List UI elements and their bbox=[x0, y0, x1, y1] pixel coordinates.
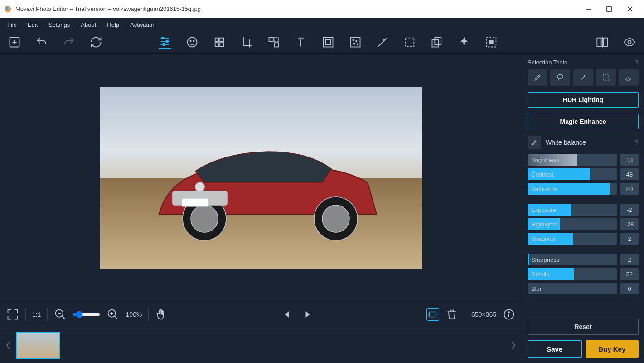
zoom-slider[interactable] bbox=[73, 311, 100, 318]
reload-icon[interactable] bbox=[90, 36, 102, 49]
redo-icon[interactable] bbox=[63, 36, 75, 49]
menu-edit[interactable]: Edit bbox=[23, 20, 42, 29]
menu-help[interactable]: Help bbox=[102, 20, 124, 29]
resize-tool-icon[interactable] bbox=[267, 36, 280, 49]
save-button[interactable]: Save bbox=[528, 340, 582, 358]
reset-button[interactable]: Reset bbox=[528, 319, 639, 335]
slider-value[interactable]: -2 bbox=[620, 204, 639, 216]
toolbar bbox=[0, 31, 644, 54]
zoom-out-icon[interactable] bbox=[54, 308, 67, 321]
white-balance-label: White balance bbox=[546, 139, 586, 146]
fit-image-icon[interactable] bbox=[426, 308, 439, 321]
svg-rect-60 bbox=[603, 75, 609, 80]
selection-tools-title: Selection Tools? bbox=[528, 59, 639, 66]
minimize-button[interactable] bbox=[578, 2, 599, 16]
frame-tool-icon[interactable] bbox=[322, 36, 334, 49]
undo-icon[interactable] bbox=[35, 36, 48, 49]
prev-image-icon[interactable] bbox=[281, 308, 294, 321]
svg-rect-26 bbox=[325, 39, 331, 45]
adjust-tool-icon[interactable] bbox=[159, 36, 171, 49]
svg-rect-19 bbox=[220, 38, 223, 41]
retouch-tool-icon[interactable] bbox=[186, 36, 199, 49]
add-image-icon[interactable] bbox=[8, 36, 21, 49]
slider-details[interactable]: Details bbox=[528, 268, 617, 280]
svg-rect-37 bbox=[597, 38, 601, 46]
svg-rect-3 bbox=[607, 7, 611, 11]
svg-rect-55 bbox=[430, 312, 436, 317]
compare-icon[interactable] bbox=[596, 36, 609, 49]
slider-shadows[interactable]: Shadows bbox=[528, 233, 617, 245]
svg-rect-20 bbox=[215, 43, 219, 46]
slider-value[interactable]: 13 bbox=[620, 154, 639, 166]
delete-icon[interactable] bbox=[445, 308, 458, 321]
svg-point-15 bbox=[188, 37, 197, 47]
slider-value[interactable]: 2 bbox=[620, 233, 639, 245]
svg-point-30 bbox=[354, 43, 355, 44]
effects-tool-icon[interactable] bbox=[213, 36, 226, 49]
help-icon[interactable]: ? bbox=[635, 139, 639, 146]
lasso-select-icon[interactable] bbox=[550, 69, 570, 86]
svg-point-59 bbox=[557, 74, 563, 78]
slider-sharpness[interactable]: Sharpness bbox=[528, 254, 617, 265]
fullscreen-icon[interactable] bbox=[6, 308, 19, 321]
menu-activation[interactable]: Activation bbox=[126, 20, 160, 29]
copy-tool-icon[interactable] bbox=[431, 36, 443, 49]
info-icon[interactable] bbox=[503, 308, 515, 321]
image-dimensions: 650×365 bbox=[471, 311, 496, 318]
svg-rect-32 bbox=[406, 38, 414, 46]
crop-tool-icon[interactable] bbox=[240, 36, 253, 49]
svg-point-13 bbox=[166, 40, 168, 42]
svg-point-29 bbox=[356, 40, 357, 41]
select-tool-icon[interactable] bbox=[403, 36, 416, 49]
svg-line-49 bbox=[62, 316, 65, 319]
svg-rect-18 bbox=[215, 38, 219, 41]
magic-tool-icon[interactable] bbox=[376, 36, 389, 49]
slider-highlights[interactable]: Highlights bbox=[528, 218, 617, 230]
slider-value[interactable]: 0 bbox=[620, 283, 639, 294]
slider-value[interactable]: 2 bbox=[620, 254, 639, 265]
slider-brightness[interactable]: Brightness bbox=[528, 154, 617, 166]
slider-exposure[interactable]: Exposure bbox=[528, 204, 617, 216]
help-icon[interactable]: ? bbox=[635, 59, 639, 66]
change-bg-tool-icon[interactable] bbox=[485, 36, 498, 49]
menu-settings[interactable]: Settings bbox=[44, 20, 74, 29]
zoom-ratio[interactable]: 1:1 bbox=[32, 311, 41, 318]
hdr-lighting-button[interactable]: HDR Lighting bbox=[528, 92, 639, 108]
svg-rect-22 bbox=[269, 37, 273, 41]
thumbnail-bar bbox=[0, 327, 522, 363]
zoom-percent: 100% bbox=[126, 311, 142, 318]
slider-value[interactable]: 52 bbox=[620, 268, 639, 280]
clone-tool-icon[interactable] bbox=[458, 36, 470, 49]
text-tool-icon[interactable] bbox=[295, 36, 307, 49]
thumbs-prev-icon[interactable] bbox=[4, 332, 13, 359]
zoom-in-icon[interactable] bbox=[107, 308, 119, 321]
slider-value[interactable]: 48 bbox=[620, 168, 639, 180]
canvas[interactable] bbox=[0, 54, 522, 302]
svg-point-17 bbox=[193, 40, 194, 41]
buy-key-button[interactable]: Buy Key bbox=[586, 340, 639, 358]
menu-about[interactable]: About bbox=[76, 20, 101, 29]
maximize-button[interactable] bbox=[599, 2, 620, 16]
slider-saturation[interactable]: Saturation bbox=[528, 183, 617, 195]
side-panel: Selection Tools? HDR Lighting Magic Enha… bbox=[522, 54, 644, 363]
hand-icon[interactable] bbox=[155, 308, 168, 321]
magic-enhance-button[interactable]: Magic Enhance bbox=[528, 114, 639, 129]
noise-tool-icon[interactable] bbox=[349, 36, 362, 49]
wand-select-icon[interactable] bbox=[573, 69, 593, 86]
marquee-select-icon[interactable] bbox=[596, 69, 616, 86]
slider-blur[interactable]: Blur bbox=[528, 283, 617, 294]
brush-select-icon[interactable] bbox=[528, 69, 547, 86]
eyedropper-icon[interactable] bbox=[528, 136, 541, 149]
menu-file[interactable]: File bbox=[3, 20, 21, 29]
eraser-select-icon[interactable] bbox=[619, 69, 639, 86]
slider-value[interactable]: -28 bbox=[620, 218, 639, 230]
window-title: Movavi Photo Editor – Trial version – vo… bbox=[15, 5, 578, 12]
preview-icon[interactable] bbox=[623, 36, 636, 49]
thumbs-next-icon[interactable] bbox=[509, 332, 518, 359]
slider-value[interactable]: 80 bbox=[620, 183, 639, 195]
edited-photo bbox=[100, 87, 422, 269]
close-button[interactable] bbox=[620, 2, 640, 16]
slider-contrast[interactable]: Contrast bbox=[528, 168, 617, 180]
next-image-icon[interactable] bbox=[301, 308, 314, 321]
thumbnail[interactable] bbox=[16, 332, 60, 359]
